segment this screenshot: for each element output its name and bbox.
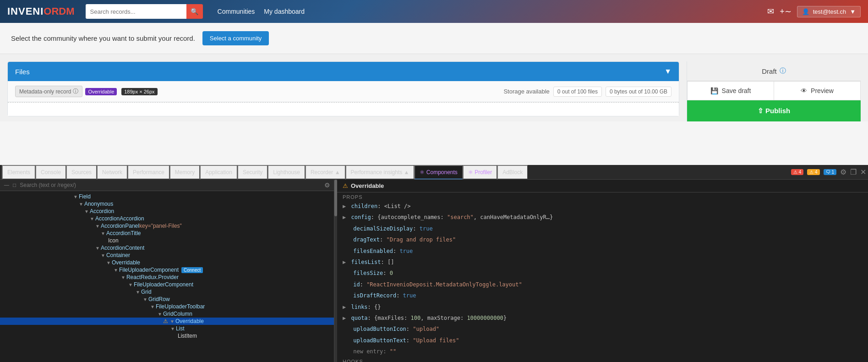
- files-drop-area: [8, 102, 679, 116]
- files-accordion-header[interactable]: Files ▼: [8, 62, 679, 81]
- nav-right: ✉ +∼ 👤 test@test.ch ▼: [767, 6, 861, 17]
- community-bar: Select the community where you want to s…: [0, 23, 868, 54]
- community-instruction-text: Select the community where you want to s…: [11, 34, 195, 42]
- add-icon[interactable]: +∼: [780, 6, 792, 16]
- action-buttons: 💾 Save draft 👁 Preview: [687, 81, 861, 100]
- metadata-row: Metadata-only record ⓘ Overridable 189px…: [8, 81, 679, 102]
- publish-label: Publish: [765, 107, 790, 115]
- storage-bytes-badge: 0 bytes out of 10.00 GB: [606, 87, 671, 97]
- info-icon: ⓘ: [780, 67, 786, 75]
- publish-button[interactable]: ⇧ Publish: [687, 100, 861, 121]
- files-accordion: Files ▼ Metadata-only record ⓘ Overridab…: [7, 61, 679, 116]
- nav-link-dashboard[interactable]: My dashboard: [264, 8, 305, 15]
- files-title: Files: [15, 68, 30, 76]
- overridable-pill: Overridable: [85, 88, 117, 95]
- storage-files-badge: 0 out of 100 files: [553, 87, 602, 97]
- save-draft-label: Save draft: [722, 87, 751, 94]
- preview-label: Preview: [811, 87, 834, 94]
- eye-icon: 👁: [801, 87, 807, 94]
- notification-icon[interactable]: ✉: [767, 6, 774, 16]
- search-button[interactable]: 🔍: [186, 4, 203, 19]
- upload-icon: ⇧: [758, 107, 764, 115]
- chevron-down-icon: ▼: [664, 67, 671, 76]
- storage-label: Storage available: [503, 88, 549, 95]
- user-menu-button[interactable]: 👤 test@test.ch ▼: [797, 6, 861, 17]
- right-panel: Draft ⓘ 💾 Save draft 👁 Preview ⇧ Publish: [687, 61, 861, 121]
- save-icon: 💾: [710, 87, 718, 94]
- logo-o-text: O: [44, 5, 51, 17]
- logo-rdm-text: RDM: [51, 5, 74, 17]
- storage-info: Storage available 0 out of 100 files 0 b…: [503, 87, 671, 97]
- select-community-button[interactable]: Select a community: [202, 31, 269, 45]
- user-icon: 👤: [802, 8, 809, 15]
- draft-header: Draft ⓘ: [687, 61, 861, 81]
- save-draft-button[interactable]: 💾 Save draft: [687, 81, 774, 100]
- files-panel: Files ▼ Metadata-only record ⓘ Overridab…: [7, 61, 679, 121]
- chevron-down-icon: ▼: [850, 8, 856, 15]
- logo: INVENIORDM: [7, 5, 75, 17]
- preview-button[interactable]: 👁 Preview: [774, 81, 861, 100]
- user-label: test@test.ch: [813, 8, 846, 15]
- nav-link-communities[interactable]: Communities: [218, 8, 255, 15]
- draft-label: Draft: [762, 67, 777, 75]
- logo-inveni-text: INVENI: [7, 5, 44, 17]
- metadata-only-badge[interactable]: Metadata-only record ⓘ: [15, 86, 82, 97]
- metadata-left: Metadata-only record ⓘ Overridable 189px…: [15, 86, 158, 97]
- size-pill: 189px × 26px: [121, 88, 157, 95]
- navbar: INVENIORDM 🔍 Communities My dashboard ✉ …: [0, 0, 868, 23]
- main-area: Files ▼ Metadata-only record ⓘ Overridab…: [0, 54, 868, 121]
- help-icon: ⓘ: [73, 88, 78, 95]
- search-bar: 🔍: [86, 4, 203, 19]
- search-input[interactable]: [86, 4, 186, 19]
- metadata-only-label: Metadata-only record: [19, 88, 71, 95]
- nav-links: Communities My dashboard: [218, 8, 305, 15]
